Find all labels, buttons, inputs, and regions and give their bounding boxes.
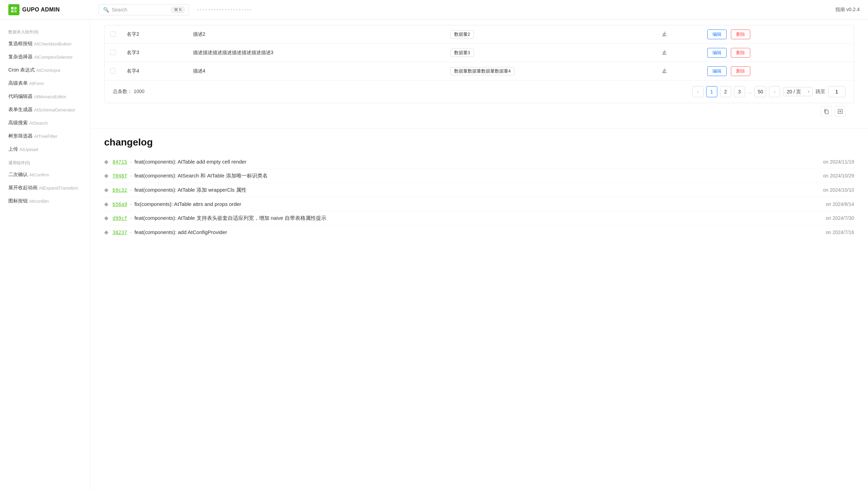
page-2-button[interactable]: 2 (720, 86, 731, 97)
row-data-2: 数据量数据量数据量数据量4 (445, 62, 657, 81)
changelog-hash-5[interactable]: 38237 (112, 230, 127, 235)
changelog-desc-4: feat(components): AtTable 支持表头嵌套自适应列宽，增加… (134, 215, 823, 222)
delete-button-2[interactable]: 删除 (731, 66, 750, 76)
sidebar-item-schema-generator[interactable]: 表单生成器 AtSchemaGenerator (0, 103, 90, 116)
page-size-select[interactable]: 20 / 页 50 / 页 100 / 页 (783, 87, 813, 96)
changelog-desc-2: feat(components): AtTable 添加 wrapperCls … (134, 187, 820, 193)
changelog-item: ◆ d99cf - feat(components): AtTable 支持表头… (104, 211, 854, 225)
changelog-hash-1[interactable]: f048f (112, 173, 127, 178)
page-ellipsis: ... (748, 89, 752, 94)
sidebar-item-en-1: AtCheckboxButton (34, 41, 72, 47)
page-size-wrapper: 20 / 页 50 / 页 100 / 页 (783, 87, 813, 96)
sidebar-item-icon-btn[interactable]: 图标按钮 AtIconBtn (0, 194, 90, 208)
data-table: 名字2 描述2 数据量2 止 编辑 删除 名字3 描述描述描述描述描述描述描述描… (105, 25, 854, 80)
sidebar-item-label-5: 代码编辑器 (8, 93, 33, 100)
prev-page-button[interactable]: ‹ (692, 86, 703, 97)
section-divider (90, 128, 868, 128)
changelog-title: changelog (104, 137, 854, 148)
sidebar-item-label-7: 高级搜索 (8, 120, 28, 126)
sidebar-item-search[interactable]: 高级搜索 AtSearch (0, 116, 90, 130)
logo-icon (8, 4, 19, 15)
row-checkbox-1[interactable] (110, 50, 116, 55)
row-name-1: 名字3 (121, 44, 187, 62)
row-data-0: 数据量2 (445, 25, 657, 44)
sidebar-item-en-6: AtSchemaGenerator (34, 107, 75, 113)
row-checkbox-0[interactable] (110, 31, 116, 37)
edit-button-0[interactable]: 编辑 (707, 30, 727, 39)
row-extra-2: 止 (657, 62, 701, 81)
jump-input[interactable] (828, 86, 845, 97)
changelog-bullet-1: ◆ (104, 172, 108, 179)
sidebar-item-label-6: 表单生成器 (8, 107, 33, 113)
changelog-desc-3: fix(components): AtTable attrs and props… (134, 201, 823, 207)
changelog-bullet-3: ◆ (104, 201, 108, 207)
svg-rect-1 (14, 7, 17, 9)
changelog-hash-2[interactable]: b9c32 (112, 187, 127, 193)
row-data-1: 数据量3 (445, 44, 657, 62)
sidebar-item-confirm[interactable]: 二次确认 AtConfirm (0, 168, 90, 181)
changelog-item: ◆ f048f - feat(components): AtSearch 和 A… (104, 169, 854, 183)
sidebar-item-checkbox-button[interactable]: 复选框按钮 AtCheckboxButton (0, 37, 90, 50)
sidebar-item-label-1: 复选框按钮 (8, 41, 33, 47)
changelog-dash-5: - (130, 229, 132, 235)
sidebar-item-en-8: AtTreeFilter (34, 134, 57, 139)
sidebar-item-tree-filter[interactable]: 树形筛选器 AtTreeFilter (0, 130, 90, 143)
delete-button-1[interactable]: 删除 (731, 48, 750, 58)
next-page-button[interactable]: › (769, 86, 780, 97)
page-3-button[interactable]: 3 (734, 86, 745, 97)
changelog-item: ◆ 38237 - feat(components): add AtConfig… (104, 225, 854, 239)
logo-area: GUPO ADMIN (8, 4, 99, 15)
svg-rect-3 (14, 10, 17, 13)
row-checkbox-cell-2 (105, 62, 121, 81)
pagination-area: 总条数： 1000 ‹ 1 2 3 ... 50 › 20 / 页 50 / 页 (105, 80, 854, 103)
sidebar-item-en-11: AtExpandTransition (39, 185, 78, 191)
changelog-item: ◆ b56a9 - fix(components): AtTable attrs… (104, 197, 854, 211)
sidebar-item-cron-input[interactable]: Cron 表达式 AtCronInput (0, 64, 90, 77)
row-checkbox-cell-1 (105, 44, 121, 62)
sidebar-item-en-9: AtUpload (19, 147, 38, 152)
sidebar-item-complex-selector[interactable]: 复杂选择器 AtComplexSelector (0, 50, 90, 64)
delete-button-0[interactable]: 删除 (731, 30, 750, 39)
changelog-hash-4[interactable]: d99cf (112, 215, 127, 221)
copy-code-button[interactable] (821, 106, 832, 117)
changelog-date-4: on 2024/7/30 (826, 215, 854, 221)
changelog-date-0: on 2024/11/19 (823, 159, 854, 165)
svg-rect-2 (11, 10, 14, 13)
sidebar-item-label-12: 图标按钮 (8, 198, 28, 204)
edit-button-1[interactable]: 编辑 (707, 48, 727, 58)
sidebar-item-label-9: 上传 (8, 146, 18, 152)
changelog-hash-3[interactable]: b56a9 (112, 201, 127, 207)
changelog-desc-0: feat(components): AtTable add empty cell… (134, 159, 820, 165)
row-extra-0: 止 (657, 25, 701, 44)
search-icon: 🔍 (103, 7, 109, 13)
sidebar-item-expand-transition[interactable]: 展开收起动画 AtExpandTransition (0, 181, 90, 194)
last-page-button[interactable]: 50 (754, 86, 766, 97)
sidebar-item-monaco-editor[interactable]: 代码编辑器 AtMonacoEditor (0, 90, 90, 103)
changelog-hash-0[interactable]: 84715 (112, 159, 127, 165)
sidebar-item-label-4: 高级表单 (8, 80, 28, 86)
sidebar-item-en-5: AtMonacoEditor (34, 94, 66, 99)
edit-button-2[interactable]: 编辑 (707, 66, 727, 76)
sidebar-item-form[interactable]: 高级表单 AtForm (0, 77, 90, 90)
changelog-dash-2: - (130, 187, 132, 193)
svg-rect-4 (825, 110, 828, 114)
page-1-button[interactable]: 1 (706, 86, 717, 97)
search-shortcut: ⌘ K (172, 7, 184, 13)
search-bar[interactable]: 🔍 Search ⌘ K (99, 4, 189, 15)
row-checkbox-2[interactable] (110, 68, 116, 74)
sidebar: 数据录入组件(9) 复选框按钮 AtCheckboxButton 复杂选择器 A… (0, 19, 90, 491)
row-checkbox-cell-0 (105, 25, 121, 44)
row-actions-0: 编辑 删除 (702, 25, 854, 44)
sidebar-item-label-8: 树形筛选器 (8, 133, 33, 139)
pagination-total: 总条数： 1000 (113, 89, 144, 95)
row-extra-1: 止 (657, 44, 701, 62)
expand-code-button[interactable] (835, 106, 846, 117)
header: GUPO ADMIN 🔍 Search ⌘ K 指南 v0.2.4 (0, 0, 868, 19)
jump-label: 跳至 (816, 89, 825, 95)
sidebar-item-upload[interactable]: 上传 AtUpload (0, 143, 90, 156)
changelog-dash-0: - (130, 159, 132, 165)
svg-rect-0 (11, 7, 14, 9)
sidebar-item-label-10: 二次确认 (8, 172, 28, 178)
row-desc-1: 描述描述描述描述描述描述描述描述3 (187, 44, 445, 62)
changelog-list: ◆ 84715 - feat(components): AtTable add … (104, 155, 854, 239)
